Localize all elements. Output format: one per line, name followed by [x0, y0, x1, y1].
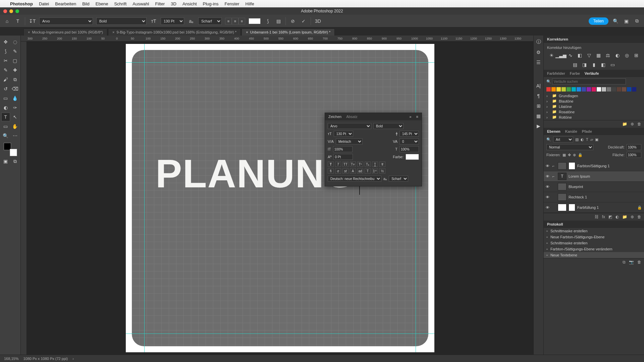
gradient-swatch[interactable]: [551, 87, 556, 92]
bw-icon[interactable]: ◐: [614, 52, 621, 58]
app-name[interactable]: Photoshop: [10, 1, 33, 6]
character-panel[interactable]: Zeichen Absatz » ≡ ArvoBold тT130 Ptǂ145…: [325, 113, 422, 186]
new-group-icon[interactable]: 📁: [622, 215, 627, 219]
collapse-icon[interactable]: »: [409, 115, 411, 119]
path-select-tool[interactable]: ↖: [11, 113, 19, 121]
gradient-swatch[interactable]: [617, 87, 621, 92]
text-orientation-icon[interactable]: ↧T: [29, 17, 36, 25]
tab-protokoll[interactable]: Protokoll: [547, 222, 563, 226]
italic-button[interactable]: T: [335, 162, 341, 167]
lock-all-icon[interactable]: 🔒: [578, 153, 583, 157]
cp-leading[interactable]: 145 Pt: [399, 131, 419, 137]
home-icon[interactable]: ⌂: [3, 17, 11, 25]
chmixer-icon[interactable]: ⊞: [633, 52, 639, 58]
font-family-select[interactable]: Arvo: [39, 17, 93, 25]
marquee-tool[interactable]: ◌: [11, 38, 19, 46]
guide-vertical[interactable]: [416, 44, 416, 352]
underline-button[interactable]: T: [372, 162, 378, 167]
gradient-swatch[interactable]: [561, 87, 566, 92]
gradient-swatch[interactable]: [546, 87, 551, 92]
fill-input[interactable]: [627, 152, 641, 158]
colorbal-icon[interactable]: ⚖: [605, 52, 611, 58]
close-window-button[interactable]: [3, 9, 7, 13]
minimize-window-button[interactable]: [9, 9, 13, 13]
tab-verlaufe[interactable]: Verläufe: [585, 71, 599, 75]
gradient-folder[interactable]: ›📁Rosatöne: [546, 110, 641, 114]
menu-ansicht[interactable]: Ansicht: [182, 1, 197, 6]
layer-row[interactable]: 👁Farbfüllung 1🔒: [544, 202, 644, 213]
gradient-folder[interactable]: ›📁Lilatöne: [546, 104, 641, 109]
cp-font-family[interactable]: Arvo: [328, 123, 371, 129]
tab-pfade[interactable]: Pfade: [582, 129, 592, 133]
close-tab-icon[interactable]: ×: [112, 30, 114, 34]
visibility-toggle[interactable]: 👁: [546, 174, 550, 178]
visibility-toggle[interactable]: 👁: [546, 205, 550, 209]
gradient-swatch[interactable]: [612, 87, 616, 92]
antialias-select[interactable]: Scharf: [198, 17, 222, 25]
glyphs-icon[interactable]: ⊞: [537, 103, 541, 109]
exposure-icon[interactable]: ◧: [577, 52, 583, 58]
gradient-swatch[interactable]: [567, 87, 571, 92]
hue-icon[interactable]: ▦: [596, 52, 602, 58]
frame-tool[interactable]: ▢: [11, 56, 19, 65]
threshold-icon[interactable]: ◧: [600, 62, 606, 68]
posterize-icon[interactable]: ▮: [591, 62, 597, 68]
gradient-swatch[interactable]: [587, 87, 591, 92]
gradient-swatch[interactable]: [602, 87, 606, 92]
pen-tool[interactable]: ✑: [11, 103, 19, 112]
tab-zeichen[interactable]: Zeichen: [328, 115, 341, 119]
allcaps-button[interactable]: TT: [342, 162, 348, 167]
share-button[interactable]: Teilen: [589, 17, 608, 25]
rectangle-tool[interactable]: ▭: [1, 122, 10, 131]
curves-icon[interactable]: ∿: [568, 52, 574, 58]
visibility-toggle[interactable]: 👁: [546, 164, 550, 168]
quick-select-tool[interactable]: ✎: [11, 47, 19, 56]
ot-st[interactable]: st: [342, 168, 348, 174]
adjustments-icon[interactable]: ⚙: [536, 50, 541, 55]
menu-fenster[interactable]: Fenster: [225, 1, 239, 6]
layer-name[interactable]: Blueprint: [569, 185, 583, 189]
filter-pixel-icon[interactable]: ▧: [575, 137, 579, 142]
document-tab[interactable]: ×9-Big-Typo-Instagram-1080x1080.psd bei …: [108, 28, 241, 36]
search-icon[interactable]: 🔍: [612, 17, 619, 25]
gradient-swatch[interactable]: [582, 87, 586, 92]
cp-size[interactable]: 130 Pt: [334, 131, 353, 137]
guide-horizontal[interactable]: [126, 62, 434, 63]
gradient-swatch[interactable]: [627, 87, 631, 92]
layer-filter-select[interactable]: Art: [553, 136, 573, 142]
blend-mode-select[interactable]: Normal: [546, 144, 593, 150]
visibility-toggle[interactable]: 👁: [546, 185, 550, 189]
cp-baseline[interactable]: [333, 154, 353, 160]
new-adj-icon[interactable]: ◐: [615, 215, 619, 219]
properties-icon[interactable]: ⓘ: [536, 39, 541, 45]
screenmode-toggle[interactable]: ⧉: [11, 157, 19, 166]
tab-absatz[interactable]: Absatz: [346, 115, 358, 119]
opacity-input[interactable]: [627, 144, 641, 150]
align-left-button[interactable]: ≡: [225, 18, 232, 24]
colorlookup-icon[interactable]: ▤: [572, 62, 578, 68]
ot-fi[interactable]: fi: [328, 168, 334, 174]
font-weight-select[interactable]: Bold: [96, 17, 147, 25]
layer-row[interactable]: 👁Rechteck 1: [544, 192, 644, 202]
workspaces-icon[interactable]: ▣: [623, 17, 630, 25]
warp-text-icon[interactable]: ⟆: [264, 17, 271, 25]
subscript-button[interactable]: T₁: [365, 162, 371, 167]
menu-auswahl[interactable]: Auswahl: [132, 1, 149, 6]
lock-artboard-icon[interactable]: ⊕: [573, 153, 576, 157]
menu-ebene[interactable]: Ebene: [96, 1, 108, 6]
cp-aa[interactable]: Scharf: [389, 176, 408, 182]
gradient-swatch[interactable]: [622, 87, 626, 92]
panel-protokoll-header[interactable]: Protokoll: [544, 221, 644, 228]
layer-row[interactable]: 👁⌐TLorem Ipsum: [544, 171, 644, 182]
hand-tool[interactable]: ✋: [11, 122, 19, 131]
superscript-button[interactable]: T¹: [357, 162, 363, 167]
history-item[interactable]: ▫Neue Farbton-/Sättigungs-Ebene: [544, 234, 644, 240]
folder-icon[interactable]: 📁: [622, 122, 627, 126]
dodge-tool[interactable]: ◐: [1, 103, 10, 112]
quickmask-toggle[interactable]: ▣: [1, 157, 10, 166]
type-tool-icon[interactable]: T: [14, 17, 21, 25]
3d-icon[interactable]: 3D: [314, 17, 322, 25]
artboard[interactable]: PLANUNG: [126, 44, 434, 352]
cp-hscale[interactable]: [399, 146, 419, 152]
maximize-window-button[interactable]: [15, 9, 19, 13]
